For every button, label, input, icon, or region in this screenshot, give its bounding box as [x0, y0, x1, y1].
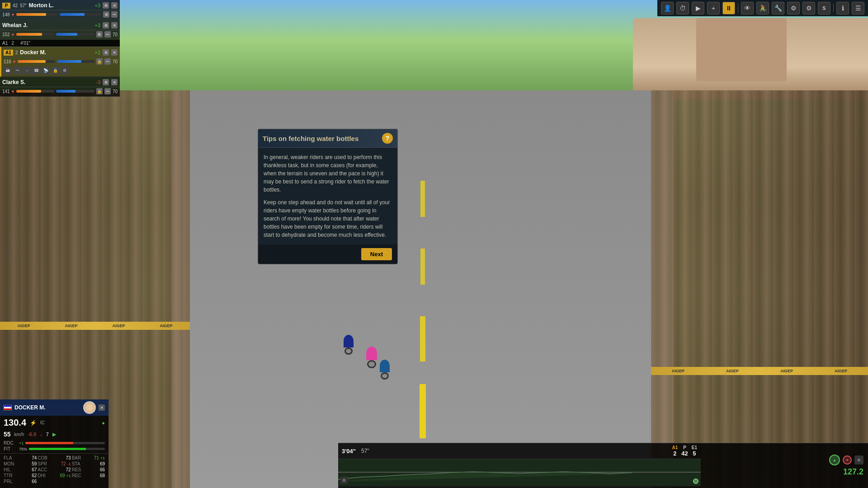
- action-icon-whelan[interactable]: ✕: [111, 22, 118, 28]
- speed-clarke: 70: [113, 89, 118, 94]
- rider-row-docker: A1 2 Docker M. +1 ⚙ ✕ 116 ♥ 🔒 〜 70 🏔 〜 →: [0, 47, 120, 77]
- rider-speed-label: IC: [40, 420, 45, 425]
- action-icon-morton[interactable]: ✕: [111, 2, 118, 9]
- wave-icon-clarke[interactable]: 〜: [104, 88, 111, 94]
- attr-mon: MON 59: [4, 461, 37, 466]
- settings-icon-docker[interactable]: ⚙: [103, 49, 109, 56]
- rider-speed-unit: km/h: [14, 432, 24, 437]
- water-fill-clarke: [56, 90, 75, 93]
- add-btn[interactable]: +: [707, 2, 720, 14]
- group-stats: A1 2 P 42 E1 5: [672, 445, 698, 457]
- aigep-banner-left: AIGEPAIGEPAIGEPAIGEP: [0, 322, 190, 330]
- group-p-count: 42: [681, 450, 688, 457]
- action-btn-2[interactable]: 〜: [13, 66, 21, 75]
- wave-icon-morton[interactable]: 〜: [111, 11, 118, 18]
- s-icon-btn[interactable]: S: [818, 2, 830, 14]
- rider-stats-main: 130.4 ⚡ IC ●: [0, 416, 108, 430]
- lock-icon-docker[interactable]: 🔒: [96, 58, 103, 65]
- stats-whelan: 152 ♥ ⚙ 〜 70: [0, 30, 120, 38]
- attr-acc-label: ACC: [38, 467, 47, 472]
- eye-icon-btn[interactable]: 👁: [741, 2, 754, 14]
- green-circle-btn[interactable]: ●: [829, 455, 840, 465]
- compass-btn[interactable]: ⊕: [854, 455, 863, 465]
- speed-display: 127.2: [843, 467, 863, 477]
- gear-icon-whelan[interactable]: ⚙: [96, 31, 103, 38]
- action-btn-3[interactable]: →: [23, 66, 31, 75]
- attr-spr-value: 72 -1: [61, 461, 71, 466]
- action-btn-7[interactable]: ⚙: [61, 66, 69, 75]
- rdc-bar-fill: [25, 442, 73, 444]
- fit-label: FIT: [4, 446, 17, 451]
- info-icon-btn[interactable]: ℹ: [836, 2, 849, 14]
- attr-rec-label: REC: [72, 473, 81, 478]
- attr-res-value: 66: [100, 467, 105, 472]
- bottom-right-icons: ● ● ⊕: [829, 455, 863, 465]
- gear3-icon-btn[interactable]: ⚙: [802, 2, 815, 14]
- gear2-icon-btn[interactable]: ⚙: [787, 2, 800, 14]
- actions-docker: 🏔 〜 → ☎ 📡 🔒 ⚙: [1, 66, 120, 75]
- rider-power-value: 130.4: [4, 418, 26, 428]
- bottom-right-panel: ● ● ⊕ 127.2: [701, 443, 868, 488]
- settings-icon-whelan[interactable]: ⚙: [103, 22, 109, 28]
- number-clarke: 141: [2, 89, 10, 94]
- action-icon-clarke[interactable]: ✕: [111, 79, 118, 85]
- heart-icon-docker: ♥: [13, 59, 16, 64]
- clock-icon-btn[interactable]: ⏱: [676, 2, 689, 14]
- tip-modal: Tips on fetching water bottles ? In gene…: [258, 129, 398, 264]
- road-marking-2: [420, 249, 425, 285]
- power-icon: ⚡: [30, 420, 37, 426]
- map-settings-icon[interactable]: ⚙: [340, 477, 348, 484]
- attr-cob: COB 73: [38, 455, 71, 460]
- gradient-arrow: ↓: [40, 432, 42, 437]
- attr-hil-label: HIL: [4, 467, 11, 472]
- water-fill-whelan: [56, 33, 77, 36]
- action-btn-5[interactable]: 📡: [42, 66, 50, 75]
- wave-icon-docker[interactable]: 〜: [104, 58, 111, 65]
- group-label-text: A1 2 4'01": [2, 41, 30, 46]
- action-btn-6[interactable]: 🔒: [51, 66, 59, 75]
- group-e1-label: E1: [692, 445, 697, 450]
- road-surface: [172, 90, 674, 488]
- fit-bar: [29, 448, 105, 450]
- wave-icon-whelan[interactable]: 〜: [104, 31, 111, 38]
- crowd-right-area: AIGEPAIGEPAIGEPAIGEP: [651, 90, 868, 488]
- gear-icon-morton[interactable]: ⚙: [103, 11, 109, 18]
- stats-docker: 116 ♥ 🔒 〜 70: [1, 57, 120, 66]
- action-btn-4[interactable]: ☎: [32, 66, 40, 75]
- cyclist-icon-btn[interactable]: 🚴: [756, 2, 769, 14]
- attr-bar-label: BAR: [72, 455, 81, 460]
- energy-bar-clarke: [16, 90, 55, 93]
- delta-morton: +3: [94, 3, 100, 8]
- rdc-bar: [25, 442, 105, 444]
- bottom-center-panel: 3'04" 57" A1 2 P 42 E1 5 ⚙: [338, 443, 701, 488]
- settings-icon-morton[interactable]: ⚙: [103, 2, 109, 9]
- action-btn-1[interactable]: 🏔: [4, 66, 12, 75]
- red-circle-btn[interactable]: ●: [843, 455, 852, 465]
- rider-panel-header: DOCKER M. ✕: [0, 399, 108, 416]
- next-button[interactable]: Next: [361, 248, 392, 260]
- attr-dhi: DHI 69 +1: [38, 473, 71, 478]
- rider-status-dot: ●: [102, 420, 105, 426]
- attr-fla-value: 74: [32, 455, 37, 460]
- wrench-icon-btn[interactable]: 🔧: [772, 2, 784, 14]
- rider-bars: RDC +1 FIT 75%: [0, 439, 108, 453]
- attr-res: RES 66: [72, 467, 105, 472]
- modal-help-button[interactable]: ?: [382, 133, 393, 144]
- menu-icon-btn[interactable]: ☰: [852, 2, 864, 14]
- attr-prl-value: 66: [32, 479, 37, 484]
- action-icon-docker[interactable]: ✕: [111, 49, 118, 56]
- rider-panel-close[interactable]: ✕: [99, 404, 105, 411]
- play-btn[interactable]: ▶: [692, 2, 704, 14]
- modal-body: In general, weaker riders are used to pe…: [258, 148, 397, 244]
- settings-icon-clarke[interactable]: ⚙: [103, 79, 109, 85]
- energy-bar-whelan: [16, 33, 55, 36]
- delta-whelan: +3: [94, 23, 100, 28]
- attr-fla-label: FLA: [4, 455, 12, 460]
- pause-btn[interactable]: ⏸: [722, 2, 735, 14]
- profile-icon-btn[interactable]: 👤: [661, 2, 674, 14]
- rider-speed-container: IC: [40, 420, 45, 425]
- lock-icon-clarke[interactable]: 🔒: [96, 88, 103, 94]
- rider-panel-name: DOCKER M.: [14, 404, 80, 411]
- attr-hil: HIL 67: [4, 467, 37, 472]
- number-docker: 116: [4, 59, 11, 64]
